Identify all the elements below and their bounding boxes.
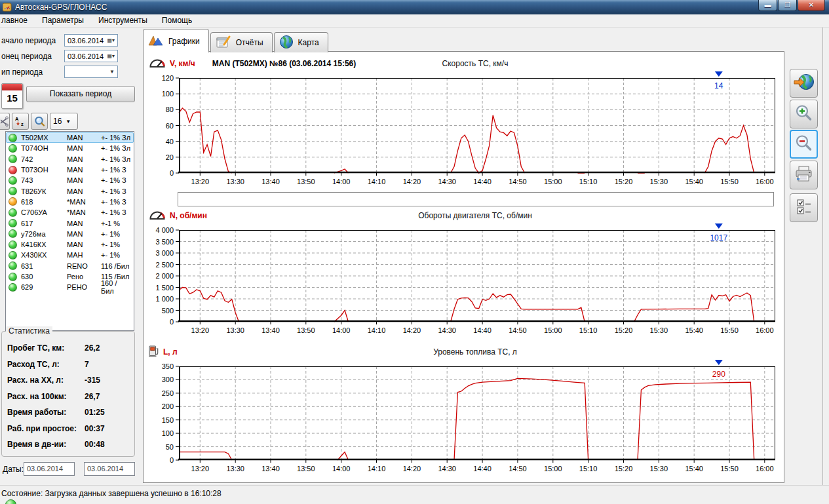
- vehicle-row[interactable]: у726маMAN+- 1%: [6, 229, 134, 239]
- menu-bar: лавноеПараметрыИнструментыПомощь: [0, 14, 829, 28]
- stat-row: Пробег ТС, км:26,2: [7, 343, 129, 353]
- close-button[interactable]: ✕: [798, 0, 825, 11]
- calendar-dropdown-icon[interactable]: ▦▾: [107, 53, 115, 59]
- main-area: ГрафикиОтчётыКарта V, км/чMAN (Т502МХ) №…: [138, 28, 829, 485]
- vehicle-row[interactable]: 629РЕНО160 / Бил: [6, 282, 134, 292]
- svg-text:14:00: 14:00: [332, 326, 351, 334]
- chart-marker-value: 290: [712, 370, 725, 379]
- vehicle-row[interactable]: Т073ОНMAN+- 1% З: [6, 165, 134, 175]
- vehicle-status-icon: [9, 155, 17, 163]
- speed-chart-plot[interactable]: 13:2013:3013:4013:5014:0014:1014:2014:30…: [145, 70, 784, 189]
- gauge-icon: [149, 58, 166, 69]
- vehicle-row[interactable]: Т826УКMAN+- 1% З: [6, 185, 134, 196]
- minimize-button[interactable]: ▬: [758, 0, 777, 11]
- svg-text:z: z: [21, 121, 24, 127]
- svg-text:13:20: 13:20: [191, 178, 210, 185]
- window-title: Автоскан-GPS/ГЛОНАСС: [15, 3, 107, 12]
- search-button[interactable]: [31, 113, 48, 130]
- vehicle-row[interactable]: Т074ОНMAN+- 1% Зл: [6, 143, 134, 153]
- svg-text:13:20: 13:20: [191, 465, 210, 473]
- tab-label: Отчёты: [236, 38, 263, 47]
- vehicle-name: Т073ОН: [21, 166, 67, 174]
- vehicle-status-icon: [9, 208, 17, 217]
- vehicle-name: 742: [21, 155, 67, 163]
- vehicle-row[interactable]: 618*MAN+- 1% З: [6, 197, 134, 207]
- svg-text:100: 100: [162, 90, 174, 98]
- svg-text:13:40: 13:40: [261, 178, 280, 185]
- svg-text:14:10: 14:10: [368, 326, 386, 334]
- menu-item-3[interactable]: Помощь: [155, 14, 199, 27]
- vehicle-note: +- 1%: [101, 230, 132, 238]
- panel-right-edge: [822, 28, 823, 485]
- svg-text:15:00: 15:00: [544, 326, 562, 334]
- app-window: { "window": { "title": "Автоскан-GPS/ГЛО…: [0, 0, 829, 504]
- sort-az-button[interactable]: Az: [12, 113, 29, 130]
- menu-item-2[interactable]: Инструменты: [91, 14, 155, 27]
- vehicle-status-icon: [9, 219, 17, 227]
- svg-text:15:20: 15:20: [615, 178, 633, 185]
- svg-text:15:00: 15:00: [544, 178, 562, 185]
- svg-text:15:50: 15:50: [720, 178, 739, 185]
- vehicle-name: К416КХ: [21, 241, 67, 248]
- vehicle-row[interactable]: 743MAN+- 1% З: [6, 175, 134, 185]
- vehicle-note: +- 1% З: [101, 166, 132, 174]
- show-period-button[interactable]: Показать период: [26, 86, 135, 102]
- vehicle-status-icon: [9, 251, 17, 260]
- tab-отчёты[interactable]: Отчёты: [210, 32, 273, 52]
- svg-text:14:00: 14:00: [332, 465, 351, 473]
- report-options-button[interactable]: [790, 193, 818, 222]
- speed-chart-title: Скорость ТС, км/ч: [176, 59, 774, 68]
- period-type-label: ип периода: [1, 68, 43, 77]
- vehicle-row[interactable]: 617MAN+-1 %: [6, 218, 134, 228]
- svg-text:100: 100: [162, 429, 174, 437]
- tools-button[interactable]: [0, 113, 10, 130]
- svg-text:13:20: 13:20: [191, 326, 210, 334]
- menu-item-0[interactable]: лавное: [0, 14, 35, 27]
- svg-text:500: 500: [162, 307, 174, 315]
- svg-text:14:20: 14:20: [403, 178, 421, 185]
- date-to-field[interactable]: 03.06.2014: [84, 462, 135, 476]
- vehicle-row[interactable]: Т502МХMAN+- 1% Зл: [6, 132, 134, 143]
- svg-text:3 000: 3 000: [155, 249, 174, 257]
- vehicle-row[interactable]: Х430КХМАН+- 1%: [6, 250, 134, 260]
- period-end-field[interactable]: 03.06.2014 ▦▾: [64, 50, 118, 62]
- vehicle-name: 617: [21, 220, 67, 227]
- rpm-chart-plot[interactable]: 13:2013:3013:4013:5014:0014:1014:2014:30…: [145, 222, 784, 338]
- vehicle-row[interactable]: С706УА*MAN+- 1% З: [6, 207, 134, 218]
- tab-карта[interactable]: Карта: [274, 32, 328, 52]
- svg-text:80: 80: [166, 106, 174, 113]
- stat-row: Расх. на ХХ, л:-315: [7, 376, 129, 385]
- chevron-down-icon[interactable]: ▼: [109, 69, 115, 75]
- restore-button[interactable]: ❐: [778, 0, 797, 11]
- zoom-out-button[interactable]: [790, 130, 818, 159]
- rpm-chart: N, об/минОбороты двигателя ТС, об/мин13:…: [144, 209, 784, 338]
- vehicle-row[interactable]: 742MAN+- 1% Зл: [6, 154, 134, 165]
- open-map-button[interactable]: [790, 69, 818, 98]
- print-button[interactable]: [790, 161, 818, 189]
- statistics-panel: Статистика Пробег ТС, км:26,2Расход ТС, …: [1, 331, 135, 457]
- rpm-chart-header: N, об/минОбороты двигателя ТС, об/мин: [149, 209, 784, 222]
- vehicle-note: +- 1%: [101, 241, 132, 248]
- vehicle-name: 743: [21, 176, 67, 184]
- list-size-select[interactable]: 16 ▼: [50, 113, 78, 130]
- vehicle-name: 631: [21, 262, 67, 270]
- zoom-in-button[interactable]: [790, 100, 818, 128]
- chart-marker-value: 1017: [710, 233, 727, 242]
- menu-item-1[interactable]: Параметры: [35, 14, 91, 27]
- vehicle-brand: MAN: [67, 134, 101, 142]
- vehicle-row[interactable]: К416КХMAN+- 1%: [6, 239, 134, 250]
- period-start-field[interactable]: 03.06.2014 ▦▾: [64, 34, 118, 47]
- svg-text:15:30: 15:30: [650, 326, 668, 334]
- vehicle-brand: MAN: [67, 144, 101, 152]
- vehicle-row[interactable]: 631RENO116 /Бил: [6, 261, 134, 271]
- calendar-dropdown-icon[interactable]: ▦▾: [107, 37, 115, 43]
- vehicle-status-icon: [9, 241, 17, 249]
- period-type-select[interactable]: ▼: [64, 66, 118, 78]
- vehicle-status-icon: [9, 187, 17, 195]
- chart-marker-icon: [715, 223, 723, 229]
- stat-label: Пробег ТС, км:: [7, 343, 64, 353]
- fuel-chart-plot[interactable]: 13:2013:3013:4013:5014:0014:1014:2014:30…: [145, 359, 784, 476]
- date-from-field[interactable]: 03.06.2014: [24, 462, 75, 476]
- rpm-chart-title: Обороты двигателя ТС, об/мин: [176, 211, 774, 220]
- tab-графики[interactable]: Графики: [143, 29, 209, 52]
